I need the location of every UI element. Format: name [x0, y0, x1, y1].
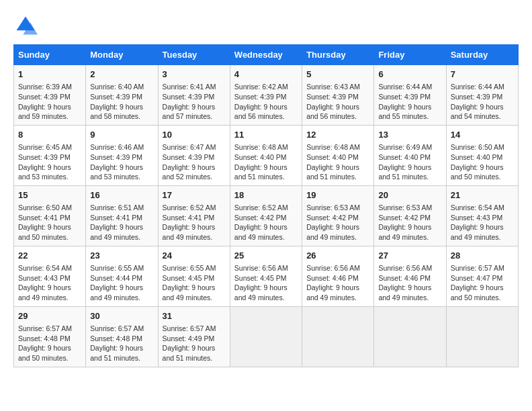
day-number: 31 [163, 310, 226, 322]
day-info: Sunrise: 6:55 AM Sunset: 4:44 PM Dayligh… [90, 263, 153, 303]
header-day-monday: Monday [86, 45, 158, 65]
calendar-cell: 28 Sunrise: 6:57 AM Sunset: 4:47 PM Dayl… [446, 246, 518, 306]
day-info: Sunrise: 6:41 AM Sunset: 4:39 PM Dayligh… [163, 82, 226, 122]
day-number: 27 [378, 250, 441, 262]
week-row-5: 29 Sunrise: 6:57 AM Sunset: 4:48 PM Dayl… [14, 306, 519, 367]
calendar-cell [302, 306, 374, 367]
day-info: Sunrise: 6:52 AM Sunset: 4:42 PM Dayligh… [234, 203, 298, 242]
day-number: 19 [306, 189, 369, 201]
day-info: Sunrise: 6:56 AM Sunset: 4:46 PM Dayligh… [306, 263, 369, 303]
header-day-thursday: Thursday [302, 45, 374, 65]
day-info: Sunrise: 6:53 AM Sunset: 4:42 PM Dayligh… [378, 203, 441, 242]
day-info: Sunrise: 6:43 AM Sunset: 4:39 PM Dayligh… [306, 82, 369, 122]
day-info: Sunrise: 6:42 AM Sunset: 4:39 PM Dayligh… [234, 82, 298, 122]
day-info: Sunrise: 6:47 AM Sunset: 4:39 PM Dayligh… [163, 142, 226, 182]
calendar-cell: 15 Sunrise: 6:50 AM Sunset: 4:41 PM Dayl… [14, 185, 86, 246]
day-info: Sunrise: 6:39 AM Sunset: 4:39 PM Dayligh… [18, 82, 81, 122]
day-number: 4 [234, 68, 298, 81]
day-number: 30 [90, 310, 153, 322]
day-number: 26 [306, 250, 369, 262]
header-day-tuesday: Tuesday [158, 45, 230, 65]
calendar-cell: 10 Sunrise: 6:47 AM Sunset: 4:39 PM Dayl… [158, 125, 230, 185]
calendar-cell: 25 Sunrise: 6:56 AM Sunset: 4:45 PM Dayl… [230, 246, 302, 306]
header [13, 13, 519, 38]
day-number: 7 [451, 68, 514, 81]
calendar-cell: 4 Sunrise: 6:42 AM Sunset: 4:39 PM Dayli… [230, 65, 302, 126]
calendar-cell: 2 Sunrise: 6:40 AM Sunset: 4:39 PM Dayli… [86, 65, 158, 126]
header-day-wednesday: Wednesday [230, 45, 302, 65]
day-number: 1 [18, 68, 81, 81]
day-info: Sunrise: 6:54 AM Sunset: 4:43 PM Dayligh… [451, 203, 514, 242]
day-info: Sunrise: 6:50 AM Sunset: 4:41 PM Dayligh… [18, 203, 81, 242]
day-info: Sunrise: 6:48 AM Sunset: 4:40 PM Dayligh… [306, 142, 369, 182]
calendar-cell: 16 Sunrise: 6:51 AM Sunset: 4:41 PM Dayl… [86, 185, 158, 246]
logo-icon [13, 13, 38, 38]
calendar-cell: 7 Sunrise: 6:44 AM Sunset: 4:39 PM Dayli… [446, 65, 518, 126]
calendar-cell: 5 Sunrise: 6:43 AM Sunset: 4:39 PM Dayli… [302, 65, 374, 126]
day-number: 21 [451, 189, 514, 201]
calendar-cell: 18 Sunrise: 6:52 AM Sunset: 4:42 PM Dayl… [230, 185, 302, 246]
calendar-cell: 9 Sunrise: 6:46 AM Sunset: 4:39 PM Dayli… [86, 125, 158, 185]
calendar-cell: 29 Sunrise: 6:57 AM Sunset: 4:48 PM Dayl… [14, 306, 86, 367]
day-info: Sunrise: 6:44 AM Sunset: 4:39 PM Dayligh… [378, 82, 441, 122]
calendar-cell [446, 306, 518, 367]
day-info: Sunrise: 6:57 AM Sunset: 4:48 PM Dayligh… [90, 324, 153, 363]
header-day-sunday: Sunday [14, 45, 86, 65]
day-number: 25 [234, 250, 298, 262]
calendar-cell: 13 Sunrise: 6:49 AM Sunset: 4:40 PM Dayl… [374, 125, 446, 185]
calendar-cell: 1 Sunrise: 6:39 AM Sunset: 4:39 PM Dayli… [14, 65, 86, 126]
day-info: Sunrise: 6:53 AM Sunset: 4:42 PM Dayligh… [306, 203, 369, 242]
day-number: 3 [163, 68, 226, 81]
day-info: Sunrise: 6:52 AM Sunset: 4:41 PM Dayligh… [163, 203, 226, 242]
day-info: Sunrise: 6:44 AM Sunset: 4:39 PM Dayligh… [451, 82, 514, 122]
day-number: 18 [234, 189, 298, 201]
calendar-cell: 11 Sunrise: 6:48 AM Sunset: 4:40 PM Dayl… [230, 125, 302, 185]
day-number: 24 [163, 250, 226, 262]
calendar-cell: 27 Sunrise: 6:56 AM Sunset: 4:46 PM Dayl… [374, 246, 446, 306]
calendar-cell: 19 Sunrise: 6:53 AM Sunset: 4:42 PM Dayl… [302, 185, 374, 246]
day-info: Sunrise: 6:46 AM Sunset: 4:39 PM Dayligh… [90, 142, 153, 182]
calendar-cell [374, 306, 446, 367]
calendar-cell: 3 Sunrise: 6:41 AM Sunset: 4:39 PM Dayli… [158, 65, 230, 126]
calendar-cell: 26 Sunrise: 6:56 AM Sunset: 4:46 PM Dayl… [302, 246, 374, 306]
day-info: Sunrise: 6:51 AM Sunset: 4:41 PM Dayligh… [90, 203, 153, 242]
calendar-cell: 6 Sunrise: 6:44 AM Sunset: 4:39 PM Dayli… [374, 65, 446, 126]
day-number: 14 [451, 129, 514, 141]
calendar-cell: 12 Sunrise: 6:48 AM Sunset: 4:40 PM Dayl… [302, 125, 374, 185]
calendar-cell: 22 Sunrise: 6:54 AM Sunset: 4:43 PM Dayl… [14, 246, 86, 306]
logo [13, 13, 42, 38]
day-number: 23 [90, 250, 153, 262]
calendar-cell: 17 Sunrise: 6:52 AM Sunset: 4:41 PM Dayl… [158, 185, 230, 246]
day-info: Sunrise: 6:48 AM Sunset: 4:40 PM Dayligh… [234, 142, 298, 182]
day-number: 17 [163, 189, 226, 201]
day-info: Sunrise: 6:56 AM Sunset: 4:45 PM Dayligh… [234, 263, 298, 303]
day-info: Sunrise: 6:40 AM Sunset: 4:39 PM Dayligh… [90, 82, 153, 122]
week-row-4: 22 Sunrise: 6:54 AM Sunset: 4:43 PM Dayl… [14, 246, 519, 306]
day-info: Sunrise: 6:56 AM Sunset: 4:46 PM Dayligh… [378, 263, 441, 303]
calendar-header: SundayMondayTuesdayWednesdayThursdayFrid… [14, 45, 519, 65]
calendar-cell: 31 Sunrise: 6:57 AM Sunset: 4:49 PM Dayl… [158, 306, 230, 367]
calendar-cell [230, 306, 302, 367]
day-number: 11 [234, 129, 298, 141]
day-number: 9 [90, 129, 153, 141]
day-info: Sunrise: 6:57 AM Sunset: 4:47 PM Dayligh… [451, 263, 514, 303]
day-number: 20 [378, 189, 441, 201]
day-number: 28 [451, 250, 514, 262]
calendar-body: 1 Sunrise: 6:39 AM Sunset: 4:39 PM Dayli… [14, 65, 519, 367]
day-number: 12 [306, 129, 369, 141]
day-info: Sunrise: 6:57 AM Sunset: 4:48 PM Dayligh… [18, 324, 81, 363]
day-number: 8 [18, 129, 81, 141]
day-info: Sunrise: 6:55 AM Sunset: 4:45 PM Dayligh… [163, 263, 226, 303]
day-number: 10 [163, 129, 226, 141]
calendar-cell: 8 Sunrise: 6:45 AM Sunset: 4:39 PM Dayli… [14, 125, 86, 185]
day-number: 22 [18, 250, 81, 262]
day-info: Sunrise: 6:49 AM Sunset: 4:40 PM Dayligh… [378, 142, 441, 182]
day-info: Sunrise: 6:54 AM Sunset: 4:43 PM Dayligh… [18, 263, 81, 303]
day-info: Sunrise: 6:57 AM Sunset: 4:49 PM Dayligh… [163, 324, 226, 363]
calendar-cell: 23 Sunrise: 6:55 AM Sunset: 4:44 PM Dayl… [86, 246, 158, 306]
day-info: Sunrise: 6:50 AM Sunset: 4:40 PM Dayligh… [451, 142, 514, 182]
calendar-cell: 24 Sunrise: 6:55 AM Sunset: 4:45 PM Dayl… [158, 246, 230, 306]
header-row: SundayMondayTuesdayWednesdayThursdayFrid… [14, 45, 519, 65]
week-row-2: 8 Sunrise: 6:45 AM Sunset: 4:39 PM Dayli… [14, 125, 519, 185]
day-number: 6 [378, 68, 441, 81]
